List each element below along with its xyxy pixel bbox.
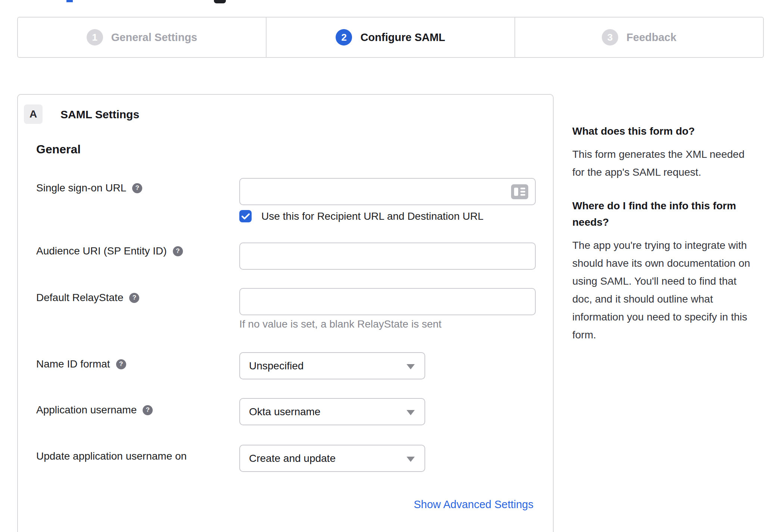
chevron-down-icon — [407, 457, 415, 462]
sidebar-heading-where: Where do I find the info this form needs… — [572, 198, 763, 231]
sso-url-field-wrap — [239, 178, 536, 205]
section-a-badge: A — [24, 104, 43, 124]
card-title: SAML Settings — [60, 108, 139, 121]
step-feedback[interactable]: 3 Feedback — [514, 18, 763, 57]
name-id-format-select[interactable]: Unspecified — [239, 352, 425, 379]
step-number-circle: 2 — [336, 29, 352, 46]
recipient-url-checkbox-row: Use this for Recipient URL and Destinati… — [239, 210, 483, 222]
contact-card-icon — [511, 184, 528, 201]
help-sidebar: What does this form do? This form genera… — [572, 123, 763, 344]
chevron-down-icon — [407, 410, 415, 415]
step-number-circle: 1 — [87, 29, 103, 46]
sidebar-body-where: The app you're trying to integrate with … — [572, 237, 763, 344]
help-icon[interactable]: ? — [116, 359, 126, 369]
step-label: General Settings — [111, 31, 197, 44]
cutoff-dark-fragment — [214, 0, 226, 3]
step-label: Configure SAML — [360, 31, 445, 44]
show-advanced-settings-link[interactable]: Show Advanced Settings — [414, 498, 533, 511]
relay-state-hint: If no value is set, a blank RelayState i… — [239, 318, 442, 330]
chevron-down-icon — [407, 364, 415, 369]
audience-uri-field-wrap — [239, 242, 536, 270]
sidebar-body-what: This form generates the XML needed for t… — [572, 145, 763, 181]
sidebar-heading-what: What does this form do? — [572, 123, 763, 140]
recipient-url-checkbox[interactable] — [239, 210, 252, 222]
app-username-value: Okta username — [249, 406, 320, 418]
sso-url-input[interactable] — [239, 178, 536, 205]
relay-state-label: Default RelayState ? — [36, 292, 139, 303]
help-icon[interactable]: ? — [129, 293, 139, 303]
app-username-select[interactable]: Okta username — [239, 398, 425, 425]
update-app-username-value: Create and update — [249, 453, 336, 464]
recipient-url-checkbox-label: Use this for Recipient URL and Destinati… — [261, 210, 483, 222]
help-icon[interactable]: ? — [132, 183, 142, 193]
update-app-username-select[interactable]: Create and update — [239, 445, 425, 472]
wizard-stepper: 1 General Settings 2 Configure SAML 3 Fe… — [17, 17, 764, 58]
name-id-format-label: Name ID format ? — [36, 359, 126, 370]
update-app-username-label: Update application username on — [36, 451, 187, 462]
general-section-heading: General — [36, 143, 81, 156]
name-id-format-value: Unspecified — [249, 360, 304, 372]
saml-settings-card: A SAML Settings General Single sign-on U… — [17, 94, 554, 532]
app-username-label: Application username ? — [36, 404, 153, 416]
step-configure-saml[interactable]: 2 Configure SAML — [266, 18, 514, 57]
relay-state-field-wrap — [239, 288, 536, 315]
help-icon[interactable]: ? — [173, 246, 183, 256]
help-icon[interactable]: ? — [143, 405, 153, 415]
audience-uri-label: Audience URI (SP Entity ID) ? — [36, 245, 183, 257]
sso-url-label: Single sign-on URL ? — [36, 182, 142, 194]
cutoff-blue-fragment — [66, 0, 73, 2]
step-number-circle: 3 — [602, 29, 618, 46]
relay-state-input[interactable] — [239, 288, 536, 315]
step-general-settings[interactable]: 1 General Settings — [18, 18, 266, 57]
step-label: Feedback — [626, 31, 676, 44]
audience-uri-input[interactable] — [239, 242, 536, 270]
